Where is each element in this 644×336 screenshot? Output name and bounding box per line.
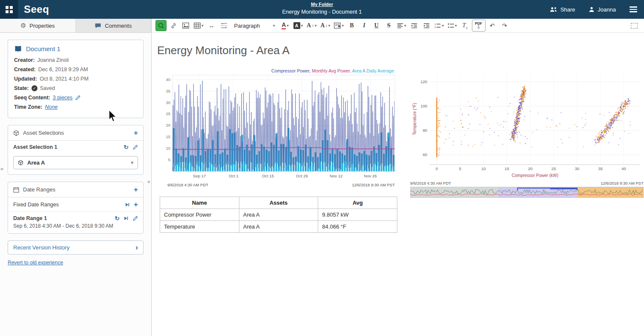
strikethrough-button[interactable]: S bbox=[383, 20, 394, 31]
clear-formatting-button[interactable]: Tx bbox=[460, 20, 471, 31]
chevron-down-icon: ▾ bbox=[273, 23, 275, 28]
insert-image-button[interactable] bbox=[180, 20, 191, 31]
version-history-button[interactable]: Recent Version History › bbox=[8, 240, 144, 255]
asset-selection-dropdown[interactable]: Area A ▾ bbox=[13, 156, 138, 169]
col-avg[interactable]: Avg bbox=[318, 197, 397, 209]
underline-button[interactable]: U bbox=[371, 20, 382, 31]
document-heading[interactable]: Energy Monitoring - Area A bbox=[157, 44, 644, 57]
apps-grid-icon bbox=[6, 6, 13, 13]
asset-selections-title: Asset Selections bbox=[23, 130, 64, 136]
bullet-list-button[interactable]: ▾ bbox=[446, 20, 458, 31]
svg-text:5: 5 bbox=[168, 157, 170, 162]
top-bar: Seeq My Folder Energy Monitoring - Docum… bbox=[0, 0, 644, 19]
edit-date-range-icon[interactable] bbox=[132, 216, 138, 221]
export-pdf-button[interactable]: PDF ⇩ bbox=[472, 20, 486, 32]
undo-button[interactable]: ↶ bbox=[487, 20, 498, 31]
insert-table-button[interactable]: ▾ bbox=[193, 20, 205, 31]
date-ranges-title: Date Ranges bbox=[23, 186, 55, 193]
redo-button[interactable]: ↷ bbox=[499, 20, 510, 31]
bullet-list-icon bbox=[448, 23, 454, 29]
document-info-card: Document 1 Creator:Joanna Zinsli Created… bbox=[8, 40, 144, 118]
font-size-button[interactable]: A↕▾ bbox=[305, 20, 318, 31]
share-button[interactable]: Share bbox=[543, 0, 582, 19]
template-icon bbox=[334, 23, 341, 29]
panel-collapse-icon[interactable]: « bbox=[0, 165, 3, 172]
refresh-date-range-icon[interactable]: ↻ bbox=[115, 215, 120, 221]
redo-icon: ↷ bbox=[502, 22, 507, 29]
highlight-color-button[interactable]: A▾ bbox=[292, 20, 305, 31]
asset-selection-value: Area A bbox=[27, 159, 45, 166]
svg-text:35: 35 bbox=[166, 89, 170, 93]
svg-text:40: 40 bbox=[166, 77, 170, 82]
date-ranges-card: Date Ranges + Fixed Date Ranges + Date R… bbox=[8, 182, 144, 234]
paragraph-style-value: Paragraph bbox=[234, 23, 260, 29]
document-editor[interactable]: Energy Monitoring - Area A 5101520253035… bbox=[152, 33, 644, 336]
charts-row: 510152025303540Sep 17Oct 1Oct 15Oct 29No… bbox=[157, 67, 644, 233]
share-people-icon bbox=[549, 6, 558, 12]
field-timezone: Time Zone: None bbox=[14, 104, 137, 110]
font-size-icon: A bbox=[307, 22, 311, 29]
breadcrumb-my-folder[interactable]: My Folder bbox=[282, 2, 362, 7]
timezone-link[interactable]: None bbox=[45, 104, 58, 110]
add-date-range-button[interactable]: + bbox=[134, 186, 138, 193]
line-height-button[interactable]: A↨▾ bbox=[319, 20, 331, 31]
undo-icon: ↶ bbox=[490, 22, 495, 29]
align-button[interactable]: ▾ bbox=[396, 20, 408, 31]
scatter-chart[interactable]: 60801001200510152025303540Temperature (°… bbox=[410, 70, 644, 178]
italic-button[interactable]: I bbox=[359, 20, 370, 31]
add-fixed-date-range-button[interactable]: + bbox=[134, 201, 138, 208]
document-title-row[interactable]: Document 1 bbox=[14, 45, 137, 52]
col-assets[interactable]: Assets bbox=[239, 197, 318, 209]
font-color-icon: A bbox=[282, 22, 286, 29]
document-title-topbar: Energy Monitoring - Document 1 bbox=[282, 9, 362, 15]
journal-icon bbox=[14, 46, 22, 52]
document-name: Document 1 bbox=[26, 45, 60, 52]
bold-button[interactable]: B bbox=[346, 20, 357, 31]
add-asset-selection-button[interactable]: + bbox=[134, 129, 138, 136]
ordered-list-button[interactable]: 12 ▾ bbox=[433, 20, 445, 31]
step-to-end-icon[interactable] bbox=[124, 216, 129, 221]
user-menu-button[interactable]: Joanna bbox=[582, 0, 623, 19]
col-name[interactable]: Name bbox=[160, 197, 239, 209]
field-seeq-content: Seeq Content: 3 pieces bbox=[14, 95, 137, 101]
tab-comments[interactable]: Comments bbox=[76, 19, 152, 32]
field-state: State: ✓ Saved bbox=[14, 85, 137, 91]
image-icon bbox=[182, 23, 189, 29]
tab-properties[interactable]: ⚙ Properties bbox=[0, 19, 76, 32]
svg-text:1: 1 bbox=[434, 23, 436, 26]
svg-text:30: 30 bbox=[166, 100, 170, 105]
refresh-asset-selection-icon[interactable]: ↻ bbox=[124, 144, 129, 150]
timeline-strip[interactable] bbox=[410, 187, 644, 198]
svg-text:120: 120 bbox=[420, 79, 427, 84]
scatter-start-timestamp: 9/6/2018 4:30 AM PDT bbox=[410, 181, 451, 185]
outdent-button[interactable] bbox=[408, 20, 420, 31]
asset-selections-card: Asset Selections + Asset Selection 1 ↻ A… bbox=[8, 125, 144, 175]
state-value: Saved bbox=[40, 85, 55, 91]
trend-chart[interactable]: 510152025303540Sep 17Oct 1Oct 15Oct 29No… bbox=[160, 67, 398, 182]
date-range-row: Date Range 1 ↻ bbox=[8, 211, 143, 223]
edit-content-icon[interactable] bbox=[75, 95, 80, 101]
fixed-date-ranges-row: Fixed Date Ranges + bbox=[8, 197, 143, 211]
svg-text:Oct 1: Oct 1 bbox=[229, 174, 239, 178]
insert-seeq-content-button[interactable] bbox=[155, 20, 167, 31]
svg-text:35: 35 bbox=[598, 166, 603, 171]
insert-template-button[interactable]: ▾ bbox=[333, 20, 345, 31]
page-break-button[interactable] bbox=[218, 20, 230, 31]
step-to-end-icon[interactable] bbox=[125, 202, 130, 207]
arrow-horizontal-icon: ↔ bbox=[209, 22, 215, 29]
revert-link[interactable]: Revert to old experience bbox=[8, 260, 63, 266]
horizontal-rule-button[interactable]: ↔ bbox=[206, 20, 217, 31]
sidebar-collapse-icon[interactable]: « bbox=[147, 178, 150, 185]
insert-link-button[interactable] bbox=[168, 20, 179, 31]
hamburger-menu-button[interactable] bbox=[623, 6, 644, 12]
seeq-content-link[interactable]: 3 pieces bbox=[53, 95, 73, 101]
svg-text:20: 20 bbox=[166, 123, 170, 127]
paragraph-style-dropdown[interactable]: Paragraph ▾ bbox=[231, 20, 279, 31]
font-color-button[interactable]: A▾ bbox=[280, 20, 291, 31]
date-ranges-header: Date Ranges + bbox=[8, 182, 143, 197]
edit-asset-selection-icon[interactable] bbox=[132, 145, 138, 150]
apps-grid-button[interactable] bbox=[0, 0, 18, 19]
date-range-value: Sep 6, 2018 4:30 AM - Dec 6, 2018 9:30 A… bbox=[8, 223, 143, 233]
indent-button[interactable] bbox=[421, 20, 432, 31]
fullscreen-button[interactable] bbox=[628, 20, 641, 31]
